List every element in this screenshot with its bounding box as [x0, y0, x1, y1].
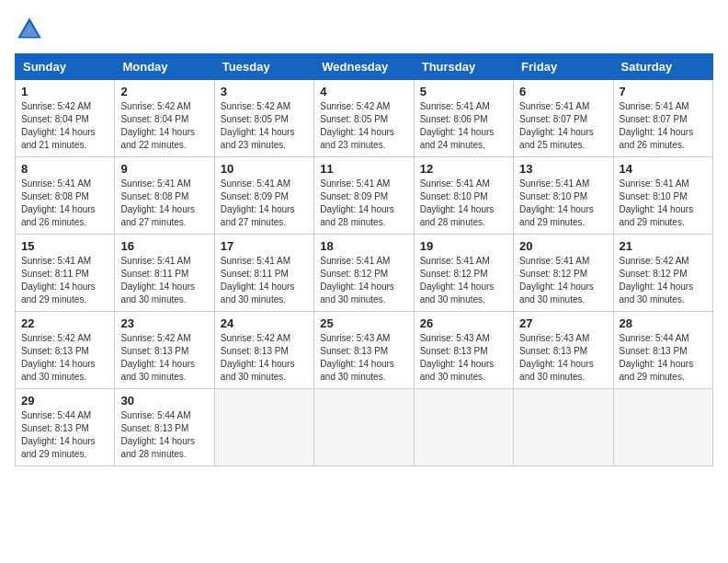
day-number: 24: [221, 316, 308, 330]
calendar-cell: 12Sunrise: 5:41 AMSunset: 8:10 PMDayligh…: [414, 157, 513, 235]
day-info: Sunrise: 5:41 AMSunset: 8:09 PMDaylight:…: [221, 178, 308, 229]
calendar-cell: 20Sunrise: 5:41 AMSunset: 8:12 PMDayligh…: [514, 235, 613, 312]
day-number: 3: [221, 85, 308, 98]
day-info: Sunrise: 5:41 AMSunset: 8:12 PMDaylight:…: [519, 255, 607, 306]
calendar-cell: 19Sunrise: 5:41 AMSunset: 8:12 PMDayligh…: [414, 235, 513, 312]
calendar-cell: 9Sunrise: 5:41 AMSunset: 8:08 PMDaylight…: [115, 157, 214, 235]
calendar-cell: 16Sunrise: 5:41 AMSunset: 8:11 PMDayligh…: [115, 235, 214, 312]
day-number: 15: [21, 239, 108, 253]
day-number: 26: [420, 316, 507, 330]
day-info: Sunrise: 5:41 AMSunset: 8:10 PMDaylight:…: [420, 178, 507, 229]
day-info: Sunrise: 5:41 AMSunset: 8:11 PMDaylight:…: [221, 255, 308, 306]
calendar-cell: 29Sunrise: 5:44 AMSunset: 8:13 PMDayligh…: [16, 389, 115, 466]
day-info: Sunrise: 5:42 AMSunset: 8:13 PMDaylight:…: [120, 332, 208, 384]
calendar-cell: 3Sunrise: 5:42 AMSunset: 8:05 PMDaylight…: [214, 80, 313, 157]
day-number: 7: [620, 85, 707, 98]
day-number: 16: [120, 239, 208, 253]
weekday-header-wednesday: Wednesday: [314, 54, 414, 80]
calendar-cell: 28Sunrise: 5:44 AMSunset: 8:13 PMDayligh…: [613, 312, 712, 389]
day-info: Sunrise: 5:41 AMSunset: 8:09 PMDaylight:…: [320, 178, 407, 229]
calendar-cell: 5Sunrise: 5:41 AMSunset: 8:06 PMDaylight…: [414, 80, 513, 157]
calendar-cell: 23Sunrise: 5:42 AMSunset: 8:13 PMDayligh…: [115, 312, 214, 389]
day-number: 9: [120, 162, 208, 176]
calendar-cell: [613, 389, 712, 466]
day-number: 23: [120, 316, 208, 330]
weekday-header-friday: Friday: [514, 54, 613, 80]
calendar-cell: 4Sunrise: 5:42 AMSunset: 8:05 PMDaylight…: [314, 80, 414, 157]
day-info: Sunrise: 5:41 AMSunset: 8:11 PMDaylight:…: [120, 255, 208, 306]
day-info: Sunrise: 5:42 AMSunset: 8:13 PMDaylight:…: [221, 332, 308, 384]
calendar-cell: 10Sunrise: 5:41 AMSunset: 8:09 PMDayligh…: [214, 157, 313, 235]
day-number: 8: [21, 162, 108, 176]
day-number: 13: [519, 162, 607, 176]
calendar-cell: 8Sunrise: 5:41 AMSunset: 8:08 PMDaylight…: [16, 157, 115, 235]
day-number: 19: [420, 239, 507, 253]
day-number: 14: [620, 162, 707, 176]
day-number: 11: [320, 162, 407, 176]
day-info: Sunrise: 5:41 AMSunset: 8:08 PMDaylight:…: [120, 178, 208, 229]
week-row-4: 22Sunrise: 5:42 AMSunset: 8:13 PMDayligh…: [16, 312, 713, 389]
weekday-header-thursday: Thursday: [414, 54, 513, 80]
calendar-cell: 14Sunrise: 5:41 AMSunset: 8:10 PMDayligh…: [613, 157, 712, 235]
day-info: Sunrise: 5:43 AMSunset: 8:13 PMDaylight:…: [519, 332, 607, 384]
day-number: 29: [21, 394, 108, 408]
day-info: Sunrise: 5:41 AMSunset: 8:06 PMDaylight:…: [420, 100, 507, 152]
calendar-cell: 15Sunrise: 5:41 AMSunset: 8:11 PMDayligh…: [16, 235, 115, 312]
day-info: Sunrise: 5:42 AMSunset: 8:04 PMDaylight:…: [21, 100, 108, 152]
day-number: 21: [620, 239, 707, 253]
calendar-cell: 6Sunrise: 5:41 AMSunset: 8:07 PMDaylight…: [514, 80, 613, 157]
weekday-header-tuesday: Tuesday: [214, 54, 313, 80]
day-info: Sunrise: 5:43 AMSunset: 8:13 PMDaylight:…: [320, 332, 407, 384]
day-number: 2: [120, 85, 208, 98]
day-info: Sunrise: 5:41 AMSunset: 8:07 PMDaylight:…: [519, 100, 607, 152]
calendar-cell: [414, 389, 513, 466]
page-header: [15, 15, 713, 44]
day-number: 30: [120, 394, 208, 408]
day-number: 10: [221, 162, 308, 176]
calendar-cell: 7Sunrise: 5:41 AMSunset: 8:07 PMDaylight…: [613, 80, 712, 157]
day-number: 18: [320, 239, 407, 253]
calendar-cell: [514, 389, 613, 466]
calendar-cell: 18Sunrise: 5:41 AMSunset: 8:12 PMDayligh…: [314, 235, 414, 312]
weekday-header-monday: Monday: [115, 54, 214, 80]
day-info: Sunrise: 5:41 AMSunset: 8:12 PMDaylight:…: [420, 255, 507, 306]
day-info: Sunrise: 5:43 AMSunset: 8:13 PMDaylight:…: [420, 332, 507, 384]
calendar-cell: 13Sunrise: 5:41 AMSunset: 8:10 PMDayligh…: [514, 157, 613, 235]
day-number: 5: [420, 85, 507, 98]
day-info: Sunrise: 5:42 AMSunset: 8:12 PMDaylight:…: [620, 255, 707, 306]
logo-icon: [15, 15, 44, 44]
day-info: Sunrise: 5:41 AMSunset: 8:10 PMDaylight:…: [620, 178, 707, 229]
weekday-header-sunday: Sunday: [16, 54, 115, 80]
weekday-header-saturday: Saturday: [613, 54, 712, 80]
day-info: Sunrise: 5:42 AMSunset: 8:04 PMDaylight:…: [120, 100, 208, 152]
logo: [15, 15, 48, 44]
day-number: 25: [320, 316, 407, 330]
calendar-cell: 25Sunrise: 5:43 AMSunset: 8:13 PMDayligh…: [314, 312, 414, 389]
day-info: Sunrise: 5:44 AMSunset: 8:13 PMDaylight:…: [620, 332, 707, 384]
week-row-5: 29Sunrise: 5:44 AMSunset: 8:13 PMDayligh…: [16, 389, 713, 466]
calendar-cell: [314, 389, 414, 466]
day-info: Sunrise: 5:44 AMSunset: 8:13 PMDaylight:…: [120, 409, 208, 461]
day-number: 6: [519, 85, 607, 98]
day-info: Sunrise: 5:41 AMSunset: 8:12 PMDaylight:…: [320, 255, 407, 306]
day-number: 17: [221, 239, 308, 253]
day-number: 12: [420, 162, 507, 176]
calendar-cell: 1Sunrise: 5:42 AMSunset: 8:04 PMDaylight…: [16, 80, 115, 157]
calendar-cell: 17Sunrise: 5:41 AMSunset: 8:11 PMDayligh…: [214, 235, 313, 312]
weekday-header-row: SundayMondayTuesdayWednesdayThursdayFrid…: [16, 54, 713, 80]
day-info: Sunrise: 5:41 AMSunset: 8:11 PMDaylight:…: [21, 255, 108, 306]
day-number: 1: [21, 85, 108, 98]
day-number: 4: [320, 85, 407, 98]
day-info: Sunrise: 5:41 AMSunset: 8:08 PMDaylight:…: [21, 178, 108, 229]
week-row-3: 15Sunrise: 5:41 AMSunset: 8:11 PMDayligh…: [16, 235, 713, 312]
day-info: Sunrise: 5:42 AMSunset: 8:05 PMDaylight:…: [320, 100, 407, 152]
day-number: 22: [21, 316, 108, 330]
day-info: Sunrise: 5:41 AMSunset: 8:07 PMDaylight:…: [620, 100, 707, 152]
day-number: 27: [519, 316, 607, 330]
week-row-2: 8Sunrise: 5:41 AMSunset: 8:08 PMDaylight…: [16, 157, 713, 235]
calendar-cell: 22Sunrise: 5:42 AMSunset: 8:13 PMDayligh…: [16, 312, 115, 389]
day-number: 20: [519, 239, 607, 253]
calendar-cell: [214, 389, 313, 466]
day-info: Sunrise: 5:44 AMSunset: 8:13 PMDaylight:…: [21, 409, 108, 461]
calendar: SundayMondayTuesdayWednesdayThursdayFrid…: [15, 53, 713, 466]
